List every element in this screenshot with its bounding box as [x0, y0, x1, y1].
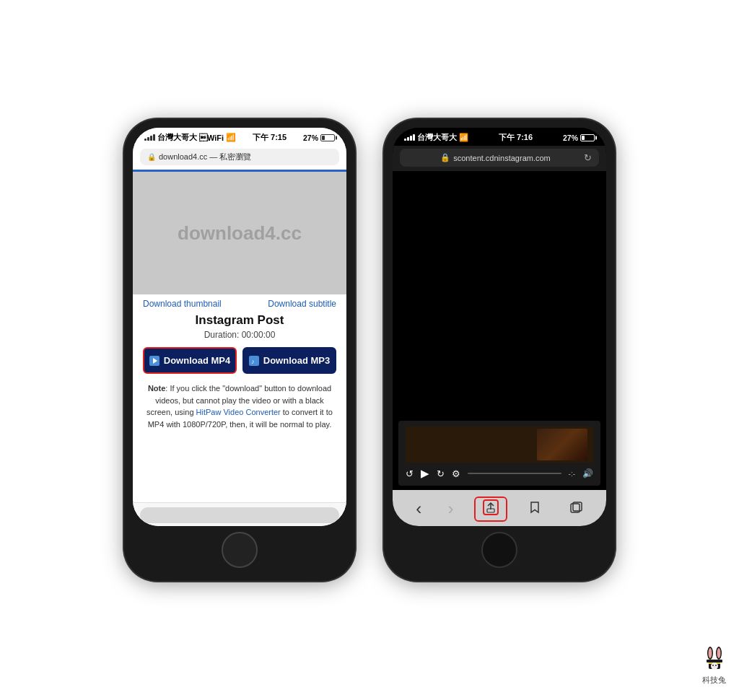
- signal-icon-1: [144, 134, 155, 141]
- watermark: 科技兔: [702, 646, 726, 686]
- rabbit-icon: [703, 646, 726, 673]
- dark-address-center: 🔒 scontent.cdninstagram.com: [407, 153, 584, 162]
- svg-point-19: [714, 666, 714, 667]
- mp3-label: Download MP3: [263, 355, 330, 366]
- svg-point-15: [717, 648, 720, 658]
- buttons-row: Download MP4 ♪ Download MP3: [133, 344, 346, 380]
- phone-1: 台灣大哥大 WiFi 📶 下午 7:15 27% 🔒 download4.cc…: [124, 119, 355, 581]
- wifi-text-2: 📶: [459, 133, 468, 142]
- home-button-2[interactable]: [481, 532, 517, 568]
- mp4-label: Download MP4: [164, 355, 230, 366]
- time-2: 下午 7:16: [499, 132, 533, 143]
- share-button[interactable]: [478, 502, 503, 520]
- phone-1-screen: 台灣大哥大 WiFi 📶 下午 7:15 27% 🔒 download4.cc…: [133, 128, 346, 526]
- forward-nav-button[interactable]: ›: [442, 496, 460, 522]
- svg-point-14: [708, 648, 712, 658]
- time-1: 下午 7:15: [253, 132, 287, 143]
- battery-percent-1: 27%: [303, 134, 318, 142]
- status-right-1: 27%: [303, 134, 335, 142]
- refresh-icon[interactable]: ↻: [584, 152, 592, 163]
- watermark-label: 科技兔: [702, 675, 726, 686]
- status-left-2: 台灣大哥大 📶: [404, 133, 468, 143]
- battery-fill-1: [322, 136, 325, 140]
- back-nav-button[interactable]: ‹: [410, 496, 427, 522]
- svg-point-16: [711, 662, 718, 670]
- note-text: Note: If you click the "download" button…: [133, 380, 346, 434]
- url-1: download4.cc — 私密瀏覽: [159, 152, 251, 162]
- home-button-1[interactable]: [222, 532, 258, 568]
- lock-icon-1: 🔒: [147, 153, 156, 161]
- phone-2: 台灣大哥大 📶 下午 7:16 27% 🔒 scontent.cdninstag…: [384, 119, 615, 581]
- battery-fill-2: [582, 136, 585, 140]
- video-player[interactable]: ↺ ▶ ↻ ⚙ -:- 🔊: [398, 421, 600, 486]
- download-mp4-button[interactable]: Download MP4: [143, 347, 237, 374]
- video-time: -:-: [569, 470, 575, 478]
- play-icon[interactable]: ▶: [421, 467, 429, 480]
- volume-icon[interactable]: 🔊: [582, 468, 593, 478]
- svg-point-17: [712, 665, 714, 666]
- controls-row: ↺ ▶ ↻ ⚙ -:- 🔊: [406, 467, 593, 480]
- dark-content: ↺ ▶ ↻ ⚙ -:- 🔊: [393, 171, 606, 490]
- signal-icon-2: [404, 134, 415, 141]
- dark-bottom-nav: ‹ ›: [393, 490, 606, 526]
- svg-rect-10: [707, 660, 722, 662]
- video-progress-bar[interactable]: [468, 473, 561, 474]
- url-2: scontent.cdninstagram.com: [453, 154, 551, 162]
- status-right-2: 27%: [563, 134, 595, 142]
- wifi-icon-1: WiFi: [199, 134, 224, 142]
- status-left-1: 台灣大哥大 WiFi 📶: [144, 133, 236, 143]
- note-bold: Note: [148, 384, 165, 393]
- lock-icon-2: 🔒: [440, 153, 450, 162]
- bookmarks-icon: [528, 500, 542, 515]
- tabs-icon: [569, 500, 583, 515]
- thumbnail-text: download4.cc: [178, 222, 302, 245]
- dark-address-bar-wrap: 🔒 scontent.cdninstagram.com ↻: [393, 146, 606, 171]
- phone-2-screen: 台灣大哥大 📶 下午 7:16 27% 🔒 scontent.cdninstag…: [393, 128, 606, 526]
- mp4-play-icon: [149, 356, 159, 366]
- battery-icon-1: [320, 134, 335, 141]
- thumbnail-area: download4.cc: [133, 172, 346, 294]
- hitpaw-link[interactable]: HitPaw Video Converter: [196, 408, 281, 416]
- video-still: [537, 429, 587, 460]
- post-title: Instagram Post: [133, 312, 346, 328]
- carrier-2: 台灣大哥大: [417, 133, 457, 143]
- tabs-button[interactable]: [563, 497, 589, 521]
- video-thumbnail: [406, 426, 593, 463]
- wifi-text-1: 📶: [226, 133, 236, 142]
- status-bar-2: 台灣大哥大 📶 下午 7:16 27%: [393, 128, 606, 146]
- address-bar-wrap-1: 🔒 download4.cc — 私密瀏覽: [133, 146, 346, 170]
- settings-video-icon[interactable]: ⚙: [452, 468, 460, 479]
- bookmarks-button[interactable]: [522, 497, 548, 521]
- mp3-music-icon: ♪: [249, 356, 259, 366]
- post-duration: Duration: 00:00:00: [133, 328, 346, 344]
- svg-point-18: [715, 665, 717, 666]
- rewind-icon[interactable]: ↺: [406, 468, 414, 479]
- address-bar-1[interactable]: 🔒 download4.cc — 私密瀏覽: [140, 149, 339, 165]
- page-wrapper: 台灣大哥大 WiFi 📶 下午 7:15 27% 🔒 download4.cc…: [110, 105, 629, 595]
- download-mp3-button[interactable]: ♪ Download MP3: [242, 347, 336, 374]
- download-links: Download thumbnail Download subtitle: [133, 294, 346, 312]
- battery-icon-2: [580, 134, 595, 141]
- battery-percent-2: 27%: [563, 134, 578, 142]
- svg-text:♪: ♪: [251, 358, 255, 365]
- share-button-wrap: [474, 496, 507, 522]
- carrier-1: 台灣大哥大: [157, 133, 197, 143]
- share-icon: [483, 499, 499, 515]
- download-thumbnail-link[interactable]: Download thumbnail: [143, 299, 222, 309]
- status-bar-1: 台灣大哥大 WiFi 📶 下午 7:15 27%: [133, 128, 346, 146]
- forward-icon[interactable]: ↻: [437, 468, 445, 479]
- bottom-bar-1: [133, 502, 346, 526]
- dark-address-bar[interactable]: 🔒 scontent.cdninstagram.com ↻: [400, 149, 599, 167]
- scroll-indicator: [140, 507, 339, 523]
- spacer-1: [133, 434, 346, 502]
- download-subtitle-link[interactable]: Download subtitle: [268, 299, 336, 309]
